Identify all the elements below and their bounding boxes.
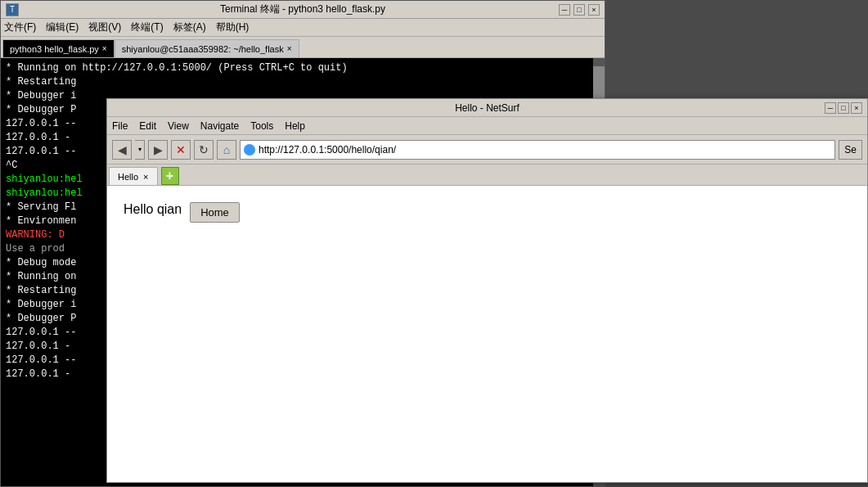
tab-close-1[interactable]: ×: [287, 44, 292, 53]
terminal-tab-1[interactable]: shiyanlou@c51aaa359982: ~/hello_flask ×: [115, 39, 299, 57]
close-button[interactable]: ×: [588, 4, 600, 16]
page-home-button[interactable]: Home: [190, 202, 240, 223]
menu-terminal[interactable]: 终端(T): [131, 20, 163, 34]
browser-toolbar: ◀ ▾ ▶ ✕ ↻ ⌂ Se: [107, 135, 867, 165]
minimize-button[interactable]: ─: [559, 4, 570, 16]
terminal-icon: T: [6, 3, 19, 16]
browser-window-controls: ─ □ ×: [825, 102, 862, 114]
terminal-title: Terminal 终端 - python3 hello_flask.py: [220, 2, 385, 16]
terminal-menubar: 文件(F) 编辑(E) 视图(V) 终端(T) 标签(A) 帮助(H): [1, 19, 605, 37]
terminal-tab-0[interactable]: python3 hello_flask.py ×: [2, 39, 115, 57]
reload-button[interactable]: ↻: [194, 140, 214, 160]
terminal-line-1: * Restarting: [6, 75, 600, 89]
browser-menu-file[interactable]: File: [112, 120, 128, 132]
browser-menu-tools[interactable]: Tools: [250, 120, 273, 132]
browser-menu-help[interactable]: Help: [285, 120, 305, 132]
favicon: [244, 144, 255, 156]
browser-tab-close[interactable]: ×: [143, 172, 148, 182]
forward-button[interactable]: ▶: [148, 140, 168, 160]
terminal-window-controls: ─ □ ×: [559, 4, 600, 16]
page-greeting: Hello qian: [124, 202, 182, 217]
tab-close-0[interactable]: ×: [102, 44, 107, 53]
browser-tabs: Hello × +: [107, 165, 867, 186]
browser-tab-hello[interactable]: Hello ×: [109, 167, 158, 185]
browser-menu-view[interactable]: View: [168, 120, 189, 132]
browser-menubar: File Edit View Navigate Tools Help: [107, 117, 867, 135]
menu-view[interactable]: 视图(V): [88, 20, 121, 34]
browser-tab-label: Hello: [118, 172, 138, 182]
maximize-button[interactable]: □: [573, 4, 585, 16]
browser-window: Hello - NetSurf ─ □ × File Edit View Nav…: [106, 98, 868, 483]
url-bar[interactable]: [240, 140, 835, 160]
menu-tabs[interactable]: 标签(A): [173, 20, 206, 34]
back-button[interactable]: ◀: [112, 140, 132, 160]
browser-close-button[interactable]: ×: [851, 102, 862, 114]
terminal-line-0: * Running on http://127.0.0.1:5000/ (Pre…: [6, 61, 600, 75]
browser-maximize-button[interactable]: □: [838, 102, 849, 114]
back-dropdown-button[interactable]: ▾: [135, 140, 145, 160]
browser-titlebar: Hello - NetSurf ─ □ ×: [107, 99, 867, 117]
browser-menu-edit[interactable]: Edit: [139, 120, 156, 132]
new-tab-button[interactable]: +: [161, 167, 179, 185]
browser-title: Hello - NetSurf: [455, 102, 519, 114]
menu-help[interactable]: 帮助(H): [216, 20, 250, 34]
browser-content: Hello qian Home: [107, 186, 867, 482]
terminal-tabs: python3 hello_flask.py × shiyanlou@c51aa…: [1, 37, 605, 58]
home-nav-button[interactable]: ⌂: [217, 140, 236, 160]
browser-menu-navigate[interactable]: Navigate: [200, 120, 239, 132]
browser-minimize-button[interactable]: ─: [825, 102, 836, 114]
search-button[interactable]: Se: [839, 140, 862, 160]
menu-file[interactable]: 文件(F): [4, 20, 36, 34]
terminal-titlebar: T Terminal 终端 - python3 hello_flask.py ─…: [1, 1, 605, 19]
stop-button[interactable]: ✕: [171, 140, 191, 160]
url-input[interactable]: [259, 144, 831, 156]
menu-edit[interactable]: 编辑(E): [46, 20, 79, 34]
